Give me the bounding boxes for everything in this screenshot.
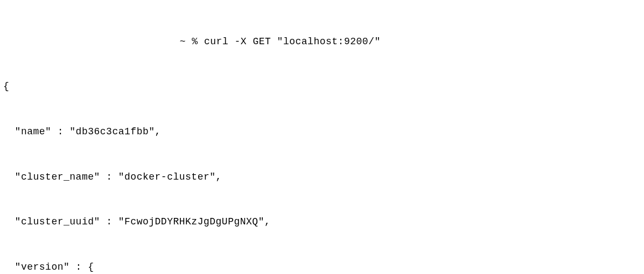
json-key: "name"	[15, 126, 52, 137]
command-line: ~ % curl -X GET "localhost:9200/"	[3, 35, 641, 50]
json-comma: ,	[264, 216, 270, 227]
json-sep: :	[51, 126, 69, 137]
json-name-line: "name" : "db36c3ca1fbb",	[3, 125, 641, 140]
json-comma: ,	[155, 126, 161, 137]
json-sep: :	[69, 262, 88, 272]
json-cluster-name-line: "cluster_name" : "docker-cluster",	[3, 170, 641, 185]
prompt-padding	[3, 36, 180, 47]
command-text: curl -X GET "localhost:9200/"	[204, 36, 381, 47]
json-brace: {	[88, 262, 94, 272]
json-key: "cluster_name"	[15, 172, 100, 182]
json-value: "FcwojDDYRHKzJgDgUPgNXQ"	[118, 216, 264, 227]
json-sep: :	[100, 216, 118, 227]
json-value: "db36c3ca1fbb"	[69, 126, 155, 137]
json-comma: ,	[216, 172, 222, 182]
json-sep: :	[100, 172, 118, 182]
terminal-output: ~ % curl -X GET "localhost:9200/" { "nam…	[3, 4, 641, 274]
json-cluster-uuid-line: "cluster_uuid" : "FcwojDDYRHKzJgDgUPgNXQ…	[3, 215, 641, 230]
json-key: "version"	[15, 262, 70, 272]
prompt-prefix: ~ %	[180, 36, 204, 47]
json-open-brace: {	[3, 79, 641, 94]
json-key: "cluster_uuid"	[15, 216, 100, 227]
json-value: "docker-cluster"	[118, 172, 216, 182]
json-version-open-line: "version" : {	[3, 260, 641, 274]
